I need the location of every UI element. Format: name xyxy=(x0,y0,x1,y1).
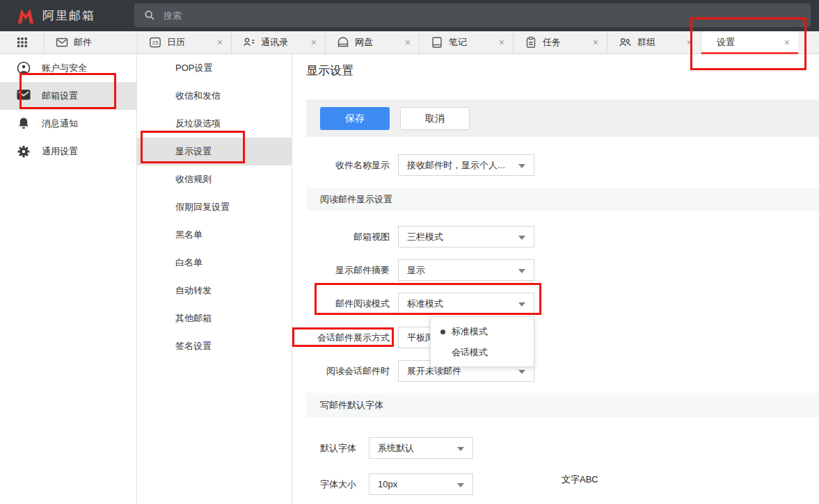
mailbox-view-dropdown[interactable]: 三栏模式 xyxy=(398,226,534,247)
tab-contacts[interactable]: 通讯录 × xyxy=(231,31,325,54)
font-preview-text: 文字ABC xyxy=(562,473,598,486)
sidebar-item-general-settings[interactable]: 通用设置 xyxy=(0,138,136,165)
sidebar-item-label: 消息通知 xyxy=(42,117,78,130)
subsidebar-item-signature[interactable]: 签名设置 xyxy=(137,332,292,360)
sidebar-item-label: 通用设置 xyxy=(42,145,78,158)
menu-item-label: 会话模式 xyxy=(452,346,488,359)
field-label-font-size: 字体大小 xyxy=(292,478,356,491)
tab-close-icon[interactable]: × xyxy=(310,38,318,47)
subsidebar-item-send-receive[interactable]: 收信和发信 xyxy=(137,82,292,110)
subsidebar-item-other-mailbox[interactable]: 其他邮箱 xyxy=(137,304,292,332)
tab-tasks[interactable]: 任务 × xyxy=(513,31,607,54)
dropdown-value: 接收邮件时，显示个人... xyxy=(407,159,505,172)
top-bar: 阿里邮箱 xyxy=(0,0,819,31)
selected-dot-icon xyxy=(440,330,445,334)
chevron-down-icon xyxy=(457,483,464,487)
notes-icon xyxy=(431,36,443,49)
tab-close-icon[interactable]: × xyxy=(498,38,506,47)
tab-drive[interactable]: 网盘 × xyxy=(325,31,419,54)
tasks-icon xyxy=(525,36,537,49)
field-label-mailbox-view: 邮箱视图 xyxy=(292,231,390,243)
mail-icon xyxy=(56,36,68,49)
subsidebar-item-vacation-reply[interactable]: 假期回复设置 xyxy=(137,193,292,221)
dropdown-value: 系统默认 xyxy=(378,442,414,455)
section-title: 写邮件默认字体 xyxy=(320,399,383,412)
tab-groups[interactable]: 群组 × xyxy=(607,31,701,54)
account-icon xyxy=(17,61,31,78)
subsidebar-item-antispam[interactable]: 反垃圾选项 xyxy=(137,110,292,138)
tab-close-icon[interactable]: × xyxy=(783,38,791,47)
search-input[interactable] xyxy=(134,3,811,27)
subsidebar-item-mail-rules[interactable]: 收信规则 xyxy=(137,165,292,193)
tab-calendar[interactable]: 25 日历 × xyxy=(137,31,231,54)
field-label-default-font: 默认字体 xyxy=(292,442,356,455)
drive-icon xyxy=(337,36,349,49)
apps-grid-button[interactable] xyxy=(0,31,44,54)
chevron-down-icon xyxy=(457,447,464,451)
save-button[interactable]: 保存 xyxy=(320,107,390,130)
field-label-conversation-display: 会话邮件展示方式 xyxy=(292,332,390,344)
dropdown-value: 显示 xyxy=(407,264,425,277)
tab-close-icon[interactable]: × xyxy=(685,38,694,47)
sidebar-item-account-security[interactable]: 账户与安全 xyxy=(0,54,136,82)
alimail-settings-page: 阿里邮箱 邮件 xyxy=(0,0,819,504)
menu-item-label: 标准模式 xyxy=(452,325,488,338)
page-title: 显示设置 xyxy=(306,63,353,79)
dropdown-value: 10px xyxy=(378,479,397,489)
cancel-button[interactable]: 取消 xyxy=(400,107,470,130)
sidebar-item-label: 账户与安全 xyxy=(42,62,87,74)
tab-settings[interactable]: 设置 × xyxy=(701,31,798,54)
field-label-reading-mode: 邮件阅读模式 xyxy=(292,298,390,310)
tab-label: 通讯录 xyxy=(261,36,310,49)
tab-label: 群组 xyxy=(637,36,685,49)
brand-logo[interactable]: 阿里邮箱 xyxy=(15,6,95,25)
sidebar-item-notifications[interactable]: 消息通知 xyxy=(0,110,136,138)
contacts-icon xyxy=(243,36,255,49)
tab-close-icon[interactable]: × xyxy=(404,38,412,47)
search-icon xyxy=(144,10,155,21)
svg-text:25: 25 xyxy=(152,40,159,46)
field-label-recipient-name-display: 收件名称显示 xyxy=(292,159,390,172)
menu-item-standard-mode[interactable]: 标准模式 xyxy=(431,321,534,342)
sidebar-item-mail-settings[interactable]: 邮箱设置 xyxy=(0,82,136,110)
tab-label: 设置 xyxy=(713,36,783,49)
tab-label: 笔记 xyxy=(449,36,498,49)
brand-name: 阿里邮箱 xyxy=(42,8,95,24)
settings-sidebar: 账户与安全 邮箱设置 消息通知 xyxy=(0,54,137,504)
mail-summary-dropdown[interactable]: 显示 xyxy=(398,259,534,281)
default-font-dropdown[interactable]: 系统默认 xyxy=(369,437,473,459)
tab-close-icon[interactable]: × xyxy=(591,38,600,47)
section-title: 阅读邮件显示设置 xyxy=(320,193,392,206)
reading-mode-menu: 标准模式 会话模式 xyxy=(430,316,534,367)
reading-mode-dropdown[interactable]: 标准模式 xyxy=(398,293,534,314)
mail-settings-icon xyxy=(17,89,31,104)
chevron-down-icon xyxy=(518,164,525,168)
subsidebar-item-blacklist[interactable]: 黑名单 xyxy=(137,221,292,249)
tab-label: 网盘 xyxy=(355,36,404,49)
font-size-dropdown[interactable]: 10px xyxy=(369,473,473,495)
menu-item-conversation-mode[interactable]: 会话模式 xyxy=(431,342,534,363)
groups-icon xyxy=(619,36,632,49)
tab-label: 日历 xyxy=(167,36,216,49)
recipient-name-display-dropdown[interactable]: 接收邮件时，显示个人... xyxy=(398,154,534,176)
tab-notes[interactable]: 笔记 × xyxy=(419,31,513,54)
tab-label: 任务 xyxy=(543,36,591,49)
tab-mail[interactable]: 邮件 xyxy=(44,31,137,54)
bell-icon xyxy=(17,117,31,133)
section-compose-font: 写邮件默认字体 xyxy=(306,393,819,417)
apps-grid-icon xyxy=(17,38,27,47)
field-label-mail-summary: 显示邮件摘要 xyxy=(292,264,390,277)
dropdown-value: 标准模式 xyxy=(407,298,443,310)
display-settings-panel: 显示设置 保存 取消 收件名称显示 接收邮件时，显示个人... 阅读邮件显示设置… xyxy=(292,54,819,504)
tab-close-icon[interactable]: × xyxy=(216,38,224,47)
subsidebar-item-pop[interactable]: POP设置 xyxy=(137,54,292,82)
dropdown-value: 三栏模式 xyxy=(407,231,443,243)
subsidebar-item-display-settings[interactable]: 显示设置 xyxy=(137,138,292,165)
alimail-logo-icon xyxy=(15,6,36,25)
gear-icon xyxy=(17,145,31,161)
sidebar-item-label: 邮箱设置 xyxy=(42,90,78,102)
chevron-down-icon xyxy=(518,302,525,307)
subsidebar-item-whitelist[interactable]: 白名单 xyxy=(137,249,292,277)
subsidebar-item-auto-forward[interactable]: 自动转发 xyxy=(137,277,292,304)
field-label-reading-conversation: 阅读会话邮件时 xyxy=(292,365,390,377)
